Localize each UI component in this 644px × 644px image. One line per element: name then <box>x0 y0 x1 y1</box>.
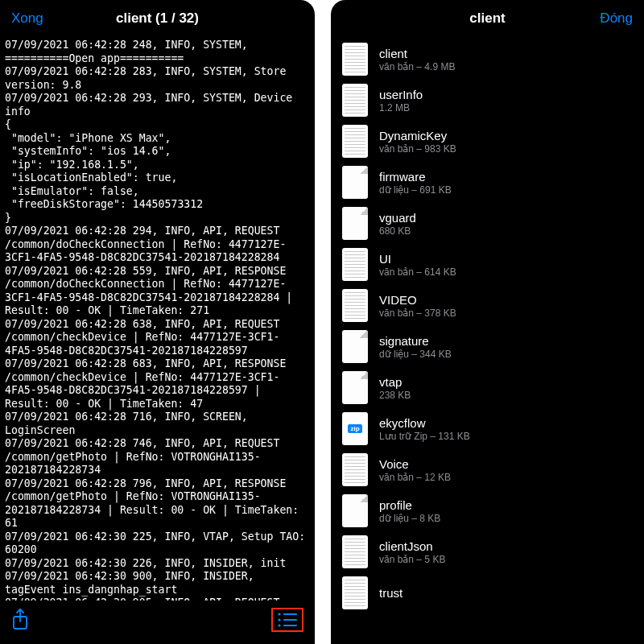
list-icon[interactable] <box>277 612 298 628</box>
file-subtitle: 680 KB <box>379 225 416 237</box>
file-meta: clientvăn bản – 4.9 MB <box>379 47 455 72</box>
file-subtitle: văn bản – 12 KB <box>379 472 451 483</box>
file-name-label: vtap <box>379 375 411 389</box>
file-row[interactable]: DynamicKeyvăn bản – 983 KB <box>331 121 644 162</box>
file-subtitle: 1.2 MB <box>379 102 423 114</box>
file-row[interactable]: clientvăn bản – 4.9 MB <box>331 39 644 80</box>
file-thumbnail-icon <box>342 453 368 486</box>
log-content[interactable]: 07/09/2021 06:42:28 248, INFO, SYSTEM, =… <box>0 37 315 601</box>
file-name-label: profile <box>379 498 440 512</box>
zip-badge: zip <box>348 424 361 433</box>
file-name-label: clientJson <box>379 539 445 553</box>
file-list-title: client <box>331 10 644 27</box>
file-thumbnail-icon <box>342 576 368 609</box>
file-subtitle: văn bản – 983 KB <box>379 143 456 155</box>
file-meta: UIvăn bản – 614 KB <box>379 252 456 278</box>
svg-point-3 <box>278 624 280 626</box>
share-icon[interactable] <box>11 609 29 631</box>
file-subtitle: dữ liệu – 344 KB <box>379 349 452 360</box>
done-button[interactable]: Xong <box>11 10 43 27</box>
file-name-label: firmware <box>379 170 452 184</box>
file-header: client Đóng <box>331 0 644 37</box>
file-meta: profiledữ liệu – 8 KB <box>379 498 440 524</box>
list-view-highlight <box>271 608 303 632</box>
file-thumbnail-icon <box>342 43 368 76</box>
file-name-label: vguard <box>379 211 416 225</box>
file-list-screen: client Đóng clientvăn bản – 4.9 MBuserIn… <box>331 0 644 644</box>
file-row[interactable]: trust <box>331 572 644 613</box>
file-meta: firmwaredữ liệu – 691 KB <box>379 170 452 196</box>
file-row[interactable]: firmwaredữ liệu – 691 KB <box>331 162 644 203</box>
svg-rect-6 <box>283 625 297 626</box>
file-thumbnail-icon: zip <box>342 412 368 445</box>
file-name-label: UI <box>379 252 456 266</box>
file-meta: Voicevăn bản – 12 KB <box>379 457 451 483</box>
file-thumbnail-icon <box>342 248 368 281</box>
file-row[interactable]: VIDEOvăn bản – 378 KB <box>331 285 644 326</box>
file-thumbnail-icon <box>342 494 368 527</box>
file-thumbnail-icon <box>342 535 368 568</box>
file-thumbnail-icon <box>342 371 368 404</box>
log-title: client (1 / 32) <box>0 10 315 27</box>
file-meta: signaturedữ liệu – 344 KB <box>379 334 452 360</box>
file-name-label: DynamicKey <box>379 129 456 142</box>
file-meta: vtap238 KB <box>379 375 411 401</box>
file-name-label: signature <box>379 334 452 348</box>
file-name-label: client <box>379 47 455 60</box>
file-subtitle: văn bản – 378 KB <box>379 308 456 319</box>
log-viewer-screen: Xong client (1 / 32) 07/09/2021 06:42:28… <box>0 0 315 644</box>
file-meta: VIDEOvăn bản – 378 KB <box>379 293 456 319</box>
file-subtitle: dữ liệu – 691 KB <box>379 184 452 196</box>
file-name-label: Voice <box>379 457 451 471</box>
file-name-label: ekycflow <box>379 416 470 430</box>
file-meta: userInfo1.2 MB <box>379 88 423 114</box>
file-meta: ekycflowLưu trữ Zip – 131 KB <box>379 416 470 442</box>
file-list[interactable]: clientvăn bản – 4.9 MBuserInfo1.2 MBDyna… <box>331 37 644 644</box>
close-button[interactable]: Đóng <box>600 10 633 27</box>
file-subtitle: văn bản – 4.9 MB <box>379 61 455 72</box>
svg-point-2 <box>278 618 280 621</box>
log-toolbar <box>0 601 315 644</box>
file-subtitle: 238 KB <box>379 390 411 401</box>
file-thumbnail-icon <box>342 125 368 158</box>
file-thumbnail-icon <box>342 84 368 117</box>
file-subtitle: Lưu trữ Zip – 131 KB <box>379 431 470 442</box>
file-thumbnail-icon <box>342 166 368 199</box>
file-meta: DynamicKeyvăn bản – 983 KB <box>379 129 456 155</box>
file-meta: vguard680 KB <box>379 211 416 237</box>
file-thumbnail-icon <box>342 207 368 240</box>
file-thumbnail-icon <box>342 289 368 322</box>
file-subtitle: văn bản – 614 KB <box>379 266 456 278</box>
file-name-label: userInfo <box>379 88 423 101</box>
file-name-label: trust <box>379 586 402 600</box>
file-row[interactable]: vtap238 KB <box>331 367 644 408</box>
file-row[interactable]: vguard680 KB <box>331 203 644 244</box>
file-row[interactable]: Voicevăn bản – 12 KB <box>331 449 644 490</box>
file-row[interactable]: zipekycflowLưu trữ Zip – 131 KB <box>331 408 644 449</box>
file-row[interactable]: userInfo1.2 MB <box>331 80 644 121</box>
file-subtitle: dữ liệu – 8 KB <box>379 513 440 524</box>
file-meta: trust <box>379 586 402 601</box>
file-row[interactable]: clientJsonvăn bản – 5 KB <box>331 531 644 572</box>
file-thumbnail-icon <box>342 330 368 363</box>
file-row[interactable]: profiledữ liệu – 8 KB <box>331 490 644 531</box>
svg-rect-4 <box>283 613 297 615</box>
file-name-label: VIDEO <box>379 293 456 307</box>
file-meta: clientJsonvăn bản – 5 KB <box>379 539 445 565</box>
log-header: Xong client (1 / 32) <box>0 0 315 37</box>
file-row[interactable]: signaturedữ liệu – 344 KB <box>331 326 644 367</box>
file-row[interactable]: UIvăn bản – 614 KB <box>331 244 644 285</box>
file-subtitle: văn bản – 5 KB <box>379 554 445 565</box>
svg-point-1 <box>278 613 280 615</box>
svg-rect-5 <box>283 619 297 621</box>
